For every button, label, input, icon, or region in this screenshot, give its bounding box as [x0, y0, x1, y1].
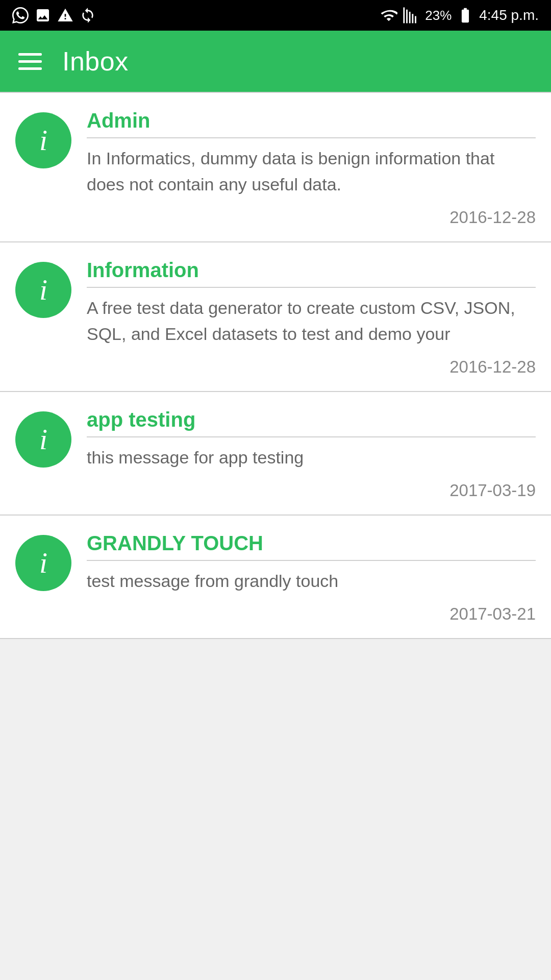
avatar-letter: i [39, 548, 47, 578]
item-date: 2016-12-28 [87, 357, 536, 377]
status-bar: 23% 4:45 p.m. [0, 0, 551, 31]
item-divider [87, 560, 536, 561]
item-divider [87, 436, 536, 437]
item-sender: app testing [87, 408, 536, 431]
inbox-item[interactable]: i Admin In Informatics, dummy data is be… [0, 92, 551, 242]
item-content: Admin In Informatics, dummy data is beni… [87, 109, 536, 227]
item-preview: In Informatics, dummy data is benign inf… [87, 145, 536, 198]
item-avatar: i [15, 112, 71, 168]
inbox-item[interactable]: i Information A free test data generator… [0, 242, 551, 392]
item-divider [87, 287, 536, 288]
avatar-letter: i [39, 425, 47, 454]
battery-text: 23% [425, 8, 452, 23]
inbox-list: i Admin In Informatics, dummy data is be… [0, 92, 551, 639]
item-sender: Information [87, 259, 536, 282]
item-date: 2017-03-21 [87, 604, 536, 624]
item-preview: A free test data generator to create cus… [87, 295, 536, 347]
item-sender: GRANDLY TOUCH [87, 532, 536, 555]
image-icon [35, 7, 51, 23]
hamburger-menu-button[interactable] [18, 53, 42, 70]
avatar-letter: i [39, 275, 47, 305]
item-avatar: i [15, 411, 71, 468]
toolbar: Inbox [0, 31, 551, 92]
item-sender: Admin [87, 109, 536, 132]
item-date: 2017-03-19 [87, 481, 536, 500]
item-avatar: i [15, 535, 71, 591]
wifi-icon [380, 7, 397, 24]
inbox-item[interactable]: i app testing this message for app testi… [0, 392, 551, 516]
item-content: Information A free test data generator t… [87, 259, 536, 377]
item-divider [87, 137, 536, 138]
avatar-letter: i [39, 126, 47, 155]
item-content: GRANDLY TOUCH test message from grandly … [87, 532, 536, 624]
warning-icon [57, 7, 73, 23]
item-preview: test message from grandly touch [87, 568, 536, 594]
signal-icon [403, 7, 420, 24]
inbox-item[interactable]: i GRANDLY TOUCH test message from grandl… [0, 516, 551, 639]
whatsapp-icon [12, 7, 29, 23]
status-right-icons: 23% 4:45 p.m. [380, 7, 539, 24]
battery-icon [457, 7, 474, 24]
status-time: 4:45 p.m. [479, 7, 539, 23]
sync-icon [80, 7, 96, 23]
item-avatar: i [15, 262, 71, 318]
item-content: app testing this message for app testing… [87, 408, 536, 500]
status-left-icons [12, 7, 96, 23]
item-date: 2016-12-28 [87, 208, 536, 227]
page-title: Inbox [62, 46, 129, 77]
item-preview: this message for app testing [87, 445, 536, 471]
